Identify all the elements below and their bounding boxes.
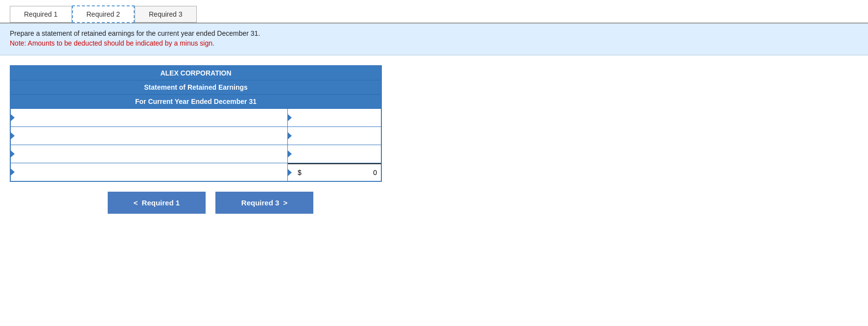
next-button-label: Required 3 <box>241 199 280 207</box>
next-arrow-icon: > <box>283 199 287 207</box>
row4-value-cell: $ <box>288 163 381 181</box>
row2-label-input[interactable] <box>15 130 283 138</box>
prev-button[interactable]: < Required 1 <box>108 192 206 214</box>
tabs-container: Required 1 Required 2 Required 3 <box>0 0 868 24</box>
instructions-note: Note: Amounts to be deducted should be i… <box>10 39 858 47</box>
row3-label-input[interactable] <box>15 148 283 156</box>
row1-label-cell <box>11 109 288 126</box>
prev-arrow-icon: < <box>134 199 138 207</box>
row4-value-input[interactable] <box>304 169 377 176</box>
table-row <box>11 127 381 145</box>
tab-required2[interactable]: Required 2 <box>72 5 135 23</box>
row1-value-cell <box>288 109 381 126</box>
table-row <box>11 109 381 127</box>
table-period: For Current Year Ended December 31 <box>11 95 381 109</box>
nav-buttons: < Required 1 Required 3 > <box>10 192 858 214</box>
row1-label-input[interactable] <box>15 112 283 120</box>
row4-label-cell <box>11 163 288 181</box>
dollar-sign: $ <box>298 169 302 176</box>
row1-value-input[interactable] <box>292 114 377 122</box>
row3-value-input[interactable] <box>292 150 377 158</box>
financial-table: ALEX CORPORATION Statement of Retained E… <box>10 65 382 182</box>
tab-required3[interactable]: Required 3 <box>135 6 197 23</box>
row3-value-cell <box>288 145 381 163</box>
prev-button-label: Required 1 <box>142 199 180 207</box>
table-company-name: ALEX CORPORATION <box>11 66 381 80</box>
instructions-main: Prepare a statement of retained earnings… <box>10 29 858 37</box>
table-body: $ <box>11 109 381 181</box>
instructions-panel: Prepare a statement of retained earnings… <box>0 24 868 55</box>
row3-label-cell <box>11 145 288 163</box>
table-row-last: $ <box>11 163 381 181</box>
row4-label-input[interactable] <box>15 166 283 174</box>
next-button[interactable]: Required 3 > <box>215 192 313 214</box>
main-content: ALEX CORPORATION Statement of Retained E… <box>0 55 868 224</box>
row2-label-cell <box>11 127 288 145</box>
row2-value-cell <box>288 127 381 145</box>
table-title: Statement of Retained Earnings <box>11 80 381 95</box>
table-row <box>11 145 381 163</box>
tab-required1[interactable]: Required 1 <box>10 6 72 23</box>
row2-value-input[interactable] <box>292 132 377 140</box>
